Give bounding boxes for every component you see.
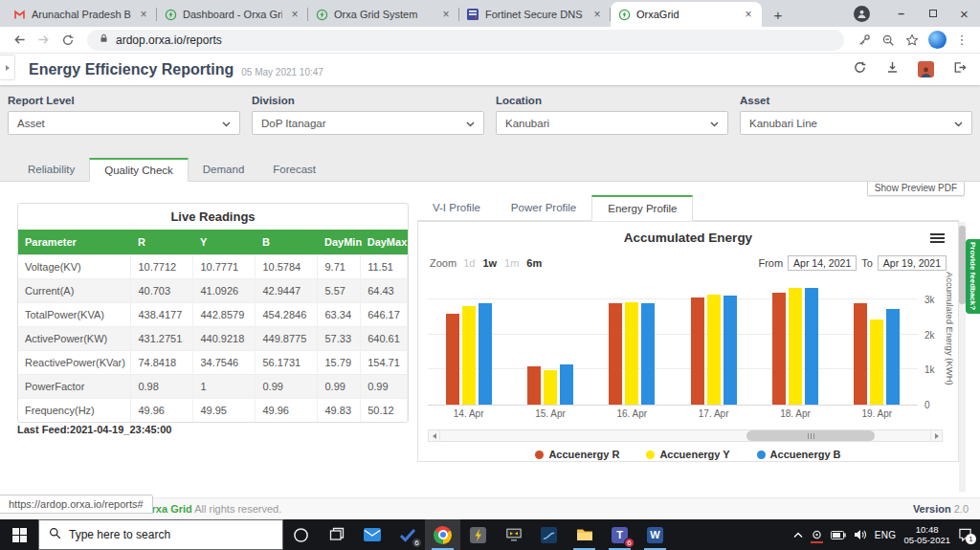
tray-device-icon[interactable] <box>811 530 823 540</box>
filter-report-level-select[interactable]: Asset <box>8 111 240 135</box>
teams-app-button[interactable]: 6 <box>602 519 637 550</box>
scroll-right-icon[interactable] <box>930 430 942 441</box>
tab-energy-profile[interactable]: Energy Profile <box>591 195 693 221</box>
chart-legend: Accuenergy RAccuenergy YAccuenergy B <box>418 449 958 460</box>
table-body: Voltage(KV)10.771210.777110.57849.7111.5… <box>18 255 408 423</box>
table-cell: 15.79 <box>318 351 361 375</box>
tab-demand[interactable]: Demand <box>189 158 258 181</box>
back-icon[interactable] <box>8 29 32 52</box>
zoom-1w-button[interactable]: 1w <box>482 257 497 269</box>
window-maximize-button[interactable] <box>917 0 948 27</box>
browser-profile-icon[interactable] <box>854 6 870 22</box>
filter-division-select[interactable]: DoP Itanagar <box>252 111 484 135</box>
legend-item[interactable]: Accuenergy R <box>535 449 619 460</box>
volume-icon[interactable] <box>854 529 867 540</box>
tab-close-icon[interactable] <box>590 8 604 21</box>
word-app-button[interactable] <box>637 519 673 550</box>
chart-menu-icon[interactable] <box>930 233 945 245</box>
tab-quality-check[interactable]: Quality Check <box>89 158 189 182</box>
tab-close-icon[interactable] <box>742 8 755 21</box>
address-bar[interactable]: ardop.orxa.io/reports <box>87 30 844 51</box>
chart-bar <box>544 370 557 405</box>
app-button-darkblue[interactable] <box>531 519 567 550</box>
chart-bar <box>691 297 704 405</box>
battery-icon[interactable] <box>831 531 846 539</box>
filter-location-select[interactable]: Kanubari <box>496 111 728 135</box>
vertical-scrollbar-thumb[interactable] <box>959 226 966 304</box>
legend-item[interactable]: Accuenergy B <box>757 449 841 460</box>
legend-dot-icon <box>646 451 655 459</box>
vertical-scrollbar[interactable] <box>959 222 966 492</box>
window-close-button[interactable] <box>948 0 980 27</box>
chart-scrollbar[interactable] <box>428 429 943 442</box>
file-explorer-button[interactable] <box>567 519 602 550</box>
user-avatar[interactable] <box>918 61 934 77</box>
tab-close-icon[interactable] <box>288 8 301 21</box>
tab-close-icon[interactable] <box>439 8 453 21</box>
legend-item[interactable]: Accuenergy Y <box>646 449 729 460</box>
download-icon[interactable] <box>885 60 900 78</box>
browser-toolbar: ardop.orxa.io/reports <box>0 27 980 54</box>
x-axis-labels: 14. Apr15. Apr16. Apr17. Apr18. Apr19. A… <box>428 406 918 420</box>
y-tick-label: 3k <box>924 295 935 305</box>
main-tab-bar: ReliabilityQuality CheckDemandForecast <box>0 158 980 182</box>
cortana-button[interactable] <box>283 519 319 550</box>
tray-chevron-icon[interactable] <box>793 532 803 539</box>
start-button[interactable] <box>0 519 38 550</box>
table-cell: Current(A) <box>18 279 131 303</box>
profile-avatar[interactable] <box>928 31 947 49</box>
tab-forecast[interactable]: Forecast <box>258 158 330 181</box>
scrollbar-thumb[interactable] <box>746 430 875 441</box>
tab-title: Arunachal Pradesh Blog Post <box>32 9 131 20</box>
task-view-button[interactable] <box>319 519 354 550</box>
reload-icon[interactable] <box>56 29 79 52</box>
y-tick-label: 0 <box>924 400 930 410</box>
browser-tab-arunachal-pradesh-blog-post[interactable]: Arunachal Pradesh Blog Post <box>6 2 157 27</box>
sidebar-toggle-button[interactable] <box>0 55 15 80</box>
app-button-bolt[interactable] <box>460 519 496 550</box>
filter-asset-select[interactable]: Kanubari Line <box>740 111 972 135</box>
legend-dot-icon <box>535 451 544 459</box>
from-date-input[interactable]: Apr 14, 2021 <box>788 255 857 271</box>
action-center-button[interactable]: 1 <box>958 528 972 541</box>
key-icon[interactable] <box>852 29 876 52</box>
browser-tab-dashboard-orxa-grid-client[interactable]: Dashboard - Orxa Grid Client <box>157 2 308 27</box>
window-minimize-button[interactable] <box>885 0 917 27</box>
filter-band: Report LevelAssetDivisionDoP ItanagarLoc… <box>0 85 980 158</box>
filter-label: Division <box>252 95 484 106</box>
language-indicator[interactable]: ENG <box>875 530 897 540</box>
chart-bar <box>772 293 786 405</box>
zoom-out-icon[interactable] <box>876 29 900 52</box>
remote-desktop-button[interactable] <box>496 519 531 550</box>
chrome-app-button[interactable] <box>425 519 460 550</box>
scroll-left-icon[interactable] <box>429 430 440 441</box>
forward-icon[interactable] <box>32 29 56 52</box>
todo-app-button[interactable]: 6 <box>390 519 425 550</box>
to-date-input[interactable]: Apr 19, 2021 <box>878 255 947 271</box>
feedback-button[interactable]: Provide feedback? <box>966 239 980 314</box>
table-cell: Frequency(Hz) <box>18 399 131 423</box>
bookmark-star-icon[interactable] <box>900 29 924 52</box>
zoom-1m-button[interactable]: 1m <box>504 257 519 269</box>
table-row: TotalPower(KVA)438.4177442.8579454.28466… <box>18 303 408 327</box>
browser-tab-orxa-grid-system[interactable]: Orxa Grid System <box>308 2 459 27</box>
zoom-1d-button[interactable]: 1d <box>463 257 475 269</box>
tab-reliability[interactable]: Reliability <box>13 158 89 181</box>
mail-app-button[interactable] <box>354 519 390 550</box>
taskbar-search-input[interactable]: Type here to search <box>38 519 283 550</box>
search-icon <box>49 527 61 542</box>
refresh-icon[interactable] <box>853 60 867 78</box>
tab-power-profile[interactable]: Power Profile <box>496 195 591 220</box>
bar-group-14-apr <box>428 279 509 405</box>
new-tab-button[interactable] <box>766 3 791 26</box>
browser-tab-orxagrid[interactable]: OrxaGrid <box>611 2 762 27</box>
last-feed-label: Last Feed:2021-04-19_23:45:00 <box>17 424 171 435</box>
tab-v-i-profile[interactable]: V-I Profile <box>417 195 496 220</box>
zoom-6m-button[interactable]: 6m <box>526 257 542 269</box>
tab-close-icon[interactable] <box>137 8 150 21</box>
menu-dots-icon[interactable] <box>951 33 972 47</box>
taskbar-clock[interactable]: 10:48 05-05-2021 <box>903 524 950 546</box>
orxagrid-favicon-icon <box>315 8 328 21</box>
browser-tab-fortinet-secure-dns-service[interactable]: Fortinet Secure DNS Service <box>459 2 611 27</box>
logout-icon[interactable] <box>952 60 967 78</box>
